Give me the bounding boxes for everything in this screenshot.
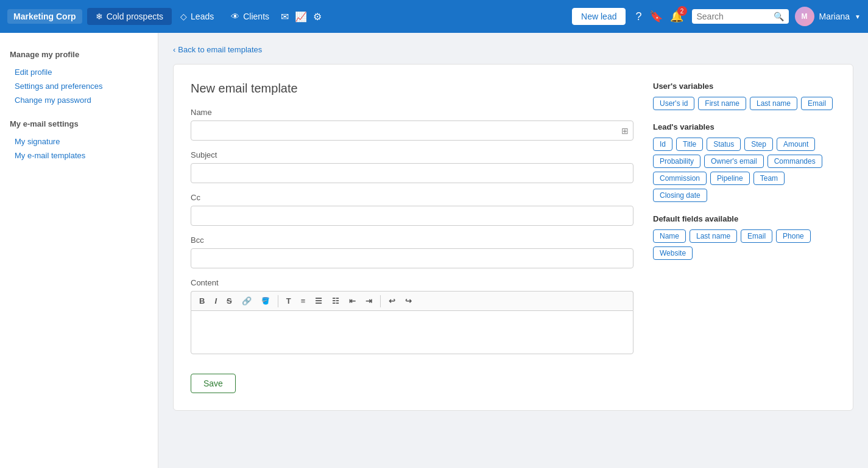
variable-chip[interactable]: Owner's email bbox=[704, 155, 764, 168]
cc-label: Cc bbox=[191, 193, 633, 202]
undo-button[interactable]: ↩ bbox=[384, 294, 400, 308]
sidebar-section-title-email: My e-mail settings bbox=[10, 119, 148, 128]
align-button[interactable]: ≡ bbox=[297, 294, 310, 308]
variable-chip[interactable]: User's id bbox=[653, 97, 694, 110]
variable-chip[interactable]: Website bbox=[653, 246, 693, 260]
variable-chip[interactable]: Pipeline bbox=[710, 172, 750, 185]
indent-button[interactable]: ⇥ bbox=[361, 294, 376, 308]
variable-chip[interactable]: Last name bbox=[690, 229, 737, 243]
variable-chip[interactable]: Step bbox=[744, 138, 773, 151]
variable-chip[interactable]: First name bbox=[698, 97, 746, 110]
variable-chip[interactable]: Email bbox=[801, 97, 833, 110]
analytics-icon-btn[interactable]: 📈 bbox=[295, 11, 307, 23]
form-card: New email template Name ⊞ Subject Cc bbox=[173, 64, 853, 411]
format-text-button[interactable]: T bbox=[282, 294, 295, 308]
name-input[interactable] bbox=[191, 120, 633, 141]
sidebar-item-edit-profile[interactable]: Edit profile bbox=[10, 65, 148, 79]
sidebar-item-my-email-templates[interactable]: My e-mail templates bbox=[10, 148, 148, 162]
sidebar-group-profile: Manage my profile Edit profile Settings … bbox=[10, 50, 148, 107]
variable-chip[interactable]: Amount bbox=[777, 138, 815, 151]
variable-chip[interactable]: Last name bbox=[750, 97, 797, 110]
cc-group: Cc bbox=[191, 193, 633, 226]
subject-label: Subject bbox=[191, 150, 633, 159]
variable-chip[interactable]: Status bbox=[707, 138, 741, 151]
nav-tab-leads[interactable]: ◇ Leads bbox=[172, 8, 222, 25]
template-icon: ⊞ bbox=[621, 126, 629, 136]
sidebar-group-email: My e-mail settings My signature My e-mai… bbox=[10, 119, 148, 162]
redo-button[interactable]: ↪ bbox=[401, 294, 416, 308]
variable-chip[interactable]: Probability bbox=[653, 155, 700, 168]
back-link[interactable]: ‹ Back to email templates bbox=[173, 45, 853, 54]
variable-chip[interactable]: Email bbox=[741, 229, 772, 243]
form-left: New email template Name ⊞ Subject Cc bbox=[191, 82, 633, 393]
defaults-chips-container: NameLast nameEmailPhoneWebsite bbox=[653, 229, 836, 260]
leads-variables-section: Lead's variables IdTitleStatusStepAmount… bbox=[653, 122, 836, 202]
users-variables-section: User's variables User's idFirst nameLast… bbox=[653, 82, 836, 110]
variable-chip[interactable]: Name bbox=[653, 229, 686, 243]
content-label: Content bbox=[191, 278, 633, 287]
content-group: Content B I S 🔗 🪣 T ≡ ☰ ☷ ⇤ ⇥ bbox=[191, 278, 633, 354]
leads-variables-title: Lead's variables bbox=[653, 122, 836, 131]
variable-chip[interactable]: Title bbox=[676, 138, 703, 151]
paint-button[interactable]: 🪣 bbox=[257, 295, 274, 307]
defaults-variables-title: Default fields available bbox=[653, 214, 836, 223]
save-button[interactable]: Save bbox=[191, 374, 236, 393]
settings-icon-btn[interactable]: ⚙ bbox=[313, 11, 322, 23]
user-menu[interactable]: M Mariana ▼ bbox=[795, 7, 861, 26]
unordered-list-button[interactable]: ☰ bbox=[311, 294, 326, 308]
main-layout: Manage my profile Edit profile Settings … bbox=[0, 33, 868, 468]
variable-chip[interactable]: Phone bbox=[776, 229, 811, 243]
subject-group: Subject bbox=[191, 150, 633, 183]
cold-prospects-icon: ❄ bbox=[96, 12, 103, 21]
bold-button[interactable]: B bbox=[195, 294, 209, 308]
strikethrough-button[interactable]: S bbox=[222, 294, 236, 308]
name-group: Name ⊞ bbox=[191, 108, 633, 141]
sidebar-item-my-signature[interactable]: My signature bbox=[10, 134, 148, 148]
defaults-variables-section: Default fields available NameLast nameEm… bbox=[653, 214, 836, 260]
notification-badge: 2 bbox=[677, 6, 687, 16]
help-icon-btn[interactable]: ? bbox=[635, 10, 641, 23]
brand-logo: Marketing Corp bbox=[7, 9, 82, 24]
main-content: ‹ Back to email templates New email temp… bbox=[158, 33, 868, 468]
bcc-input[interactable] bbox=[191, 248, 633, 268]
cc-input[interactable] bbox=[191, 206, 633, 226]
name-label: Name bbox=[191, 108, 633, 117]
variable-chip[interactable]: Commission bbox=[653, 172, 707, 185]
users-chips-container: User's idFirst nameLast nameEmail bbox=[653, 97, 836, 110]
variable-chip[interactable]: Team bbox=[753, 172, 785, 185]
bcc-label: Bcc bbox=[191, 236, 633, 245]
mail-icon-btn[interactable]: ✉ bbox=[281, 11, 289, 23]
bcc-group: Bcc bbox=[191, 236, 633, 268]
subject-input[interactable] bbox=[191, 163, 633, 183]
nav-tab-cold-prospects[interactable]: ❄ Cold prospects bbox=[87, 8, 172, 25]
leads-chips-container: IdTitleStatusStepAmountProbabilityOwner'… bbox=[653, 138, 836, 202]
search-input[interactable] bbox=[697, 12, 770, 21]
avatar: M bbox=[795, 7, 814, 26]
user-name-label: Mariana bbox=[819, 12, 850, 21]
outdent-button[interactable]: ⇤ bbox=[345, 294, 360, 308]
nav-tab-clients[interactable]: 👁 Clients bbox=[222, 8, 278, 25]
chevron-left-icon: ‹ bbox=[173, 45, 175, 54]
search-icon: 🔍 bbox=[774, 12, 784, 21]
variable-chip[interactable]: Closing date bbox=[653, 189, 707, 202]
search-box: 🔍 bbox=[692, 9, 789, 24]
sidebar-item-settings-preferences[interactable]: Settings and preferences bbox=[10, 79, 148, 93]
variables-panel: User's variables User's idFirst nameLast… bbox=[653, 82, 836, 393]
caret-icon: ▼ bbox=[855, 13, 861, 20]
italic-button[interactable]: I bbox=[210, 294, 221, 308]
bookmark-icon-btn[interactable]: 🔖 bbox=[649, 10, 663, 23]
variable-chip[interactable]: Commandes bbox=[767, 155, 822, 168]
clients-icon: 👁 bbox=[231, 12, 239, 21]
editor-toolbar: B I S 🔗 🪣 T ≡ ☰ ☷ ⇤ ⇥ ↩ ↪ bbox=[191, 291, 633, 310]
variable-chip[interactable]: Id bbox=[653, 138, 672, 151]
name-input-wrap: ⊞ bbox=[191, 120, 633, 141]
sidebar-item-change-password[interactable]: Change my password bbox=[10, 93, 148, 107]
content-editor[interactable] bbox=[191, 310, 633, 354]
form-title: New email template bbox=[191, 82, 633, 96]
ordered-list-button[interactable]: ☷ bbox=[328, 294, 344, 308]
notifications-icon-btn[interactable]: 🔔 2 bbox=[670, 10, 683, 23]
link-button[interactable]: 🔗 bbox=[238, 294, 256, 308]
sidebar: Manage my profile Edit profile Settings … bbox=[0, 33, 158, 468]
top-navigation: Marketing Corp ❄ Cold prospects ◇ Leads … bbox=[0, 0, 868, 33]
new-lead-button[interactable]: New lead bbox=[572, 8, 626, 25]
